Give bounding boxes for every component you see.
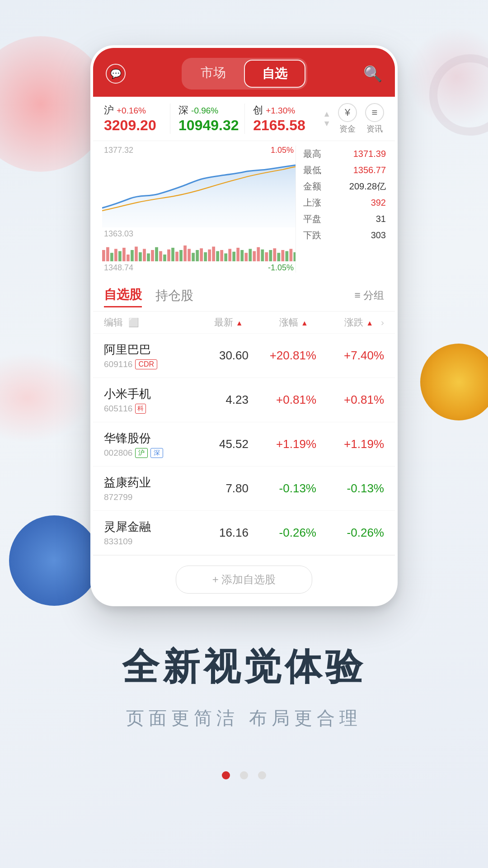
news-btn[interactable]: ≡ 资讯 [365, 103, 384, 134]
chart-svg [102, 155, 296, 227]
app-header: 💬 市场 自选 🔍 [93, 48, 395, 97]
chart-pct-bot: -1.05% [268, 263, 294, 273]
svg-rect-16 [167, 250, 170, 261]
svg-rect-10 [143, 249, 146, 262]
stock-row-2[interactable]: 华锋股份 002806 沪 深 45.52 +1.19% +1.19% [93, 422, 395, 467]
add-watchlist-button[interactable]: + 添加自选股 [176, 566, 313, 594]
index-sh-value: 3209.20 [104, 117, 170, 134]
svg-rect-18 [175, 252, 178, 261]
svg-rect-15 [163, 255, 166, 261]
svg-rect-29 [220, 250, 223, 261]
tab-watchlist[interactable]: 自选 [244, 60, 305, 88]
stock-row-1[interactable]: 小米手机 605116 科 4.23 +0.81% +0.81% [93, 378, 395, 422]
svg-rect-35 [244, 253, 248, 261]
svg-rect-27 [212, 247, 215, 262]
stock-row-4[interactable]: 灵犀金融 833109 16.16 -0.26% -0.26% [93, 511, 395, 555]
svg-rect-22 [192, 253, 195, 261]
svg-rect-12 [151, 250, 154, 261]
search-icon[interactable]: 🔍 [363, 65, 382, 83]
svg-rect-4 [118, 251, 122, 262]
svg-rect-46 [289, 249, 292, 262]
svg-rect-28 [216, 251, 219, 262]
svg-rect-23 [196, 250, 199, 261]
chart-pct-top: 1.05% [271, 146, 294, 155]
svg-rect-17 [171, 248, 174, 261]
chart-area: 1377.32 1.05% [93, 141, 395, 273]
col-changepct-label: 涨幅 ▲ [243, 316, 308, 329]
svg-rect-25 [204, 252, 207, 261]
stock-row-3[interactable]: 益康药业 872799 7.80 -0.13% -0.13% [93, 467, 395, 511]
sidebar-icons: ¥ 资金 ≡ 资讯 [338, 103, 384, 134]
svg-rect-0 [102, 250, 105, 261]
index-sz-value: 10949.32 [178, 117, 244, 134]
svg-rect-47 [293, 252, 296, 261]
bottom-text-section: 全新视觉体验 页面更简洁 布局更合理 [0, 606, 488, 749]
svg-rect-41 [269, 250, 272, 261]
svg-rect-6 [127, 255, 130, 261]
svg-rect-37 [253, 251, 256, 262]
index-shenzhen[interactable]: 深 -0.96% 10949.32 [170, 104, 244, 134]
col-latest-label: 最新 ▲ [191, 316, 243, 329]
sub-tagline: 页面更简洁 布局更合理 [27, 706, 461, 731]
svg-rect-13 [155, 247, 158, 261]
svg-rect-32 [232, 252, 235, 261]
svg-rect-43 [277, 253, 280, 261]
watchlist-tabs: 自选股 持仓股 ≡ 分组 [93, 276, 395, 311]
watchlist-section: 自选股 持仓股 ≡ 分组 编辑 ⬜ 最新 ▲ 涨幅 ▲ [93, 276, 395, 604]
pagination-dots [0, 749, 488, 807]
col-expand-icon: › [373, 317, 384, 328]
svg-rect-45 [285, 251, 288, 262]
main-tagline: 全新视觉体验 [27, 642, 461, 692]
svg-rect-1 [106, 247, 109, 261]
index-sz-change: -0.96% [191, 106, 218, 116]
dot-1[interactable] [222, 771, 230, 779]
tab-position-stocks[interactable]: 持仓股 [155, 284, 193, 307]
svg-rect-21 [188, 249, 191, 262]
svg-rect-42 [273, 248, 276, 261]
index-chuangye[interactable]: 创 +1.30% 2165.58 [244, 104, 319, 134]
svg-rect-9 [139, 252, 142, 261]
add-watchlist-area: + 添加自选股 [93, 555, 395, 604]
chat-icon[interactable]: 💬 [106, 64, 126, 84]
header-tabs: 市场 自选 [182, 58, 307, 90]
svg-rect-44 [281, 250, 284, 261]
stock-row-0[interactable]: 阿里巴巴 609116 CDR 30.60 +20.81% +7.40% [93, 334, 395, 378]
index-cy-label: 创 [253, 104, 263, 117]
svg-rect-19 [179, 250, 183, 261]
svg-rect-2 [110, 253, 113, 261]
svg-rect-31 [228, 249, 231, 262]
chart-y-bot: 1348.74 [104, 263, 133, 273]
svg-rect-24 [200, 248, 203, 261]
svg-rect-39 [261, 250, 264, 261]
svg-rect-8 [135, 247, 138, 262]
svg-rect-20 [183, 245, 187, 261]
index-shanghai[interactable]: 沪 +0.16% 3209.20 [104, 104, 170, 134]
svg-rect-26 [208, 250, 211, 261]
index-sz-label: 深 [178, 104, 188, 117]
chart-y-mid: 1363.03 [104, 229, 133, 239]
svg-rect-11 [147, 254, 150, 262]
phone-container: 💬 市场 自选 🔍 沪 +0.16% 3209.20 深 -0.96% [0, 0, 488, 606]
index-cy-value: 2165.58 [253, 117, 319, 134]
phone-mockup: 💬 市场 自选 🔍 沪 +0.16% 3209.20 深 -0.96% [90, 45, 398, 606]
chart-left: 1377.32 1.05% [102, 146, 296, 273]
svg-rect-38 [257, 247, 260, 261]
col-change-label: 涨跌 ▲ [308, 316, 373, 329]
indices-bar: 沪 +0.16% 3209.20 深 -0.96% 10949.32 创 +1.… [93, 97, 395, 141]
index-sh-label: 沪 [104, 104, 114, 117]
group-button[interactable]: ≡ 分组 [355, 288, 384, 302]
svg-rect-33 [236, 248, 239, 261]
capital-btn[interactable]: ¥ 资金 [338, 103, 357, 134]
svg-rect-5 [122, 248, 126, 261]
dot-3[interactable] [258, 771, 266, 779]
chart-stats: 最高 1371.39 最低 1356.77 金额 209.28亿 上涨 392 … [296, 146, 386, 273]
tab-market[interactable]: 市场 [183, 60, 243, 88]
svg-rect-7 [131, 250, 134, 261]
tab-watchlist-stocks[interactable]: 自选股 [104, 283, 142, 307]
volume-chart [102, 239, 296, 261]
index-cy-change: +1.30% [266, 106, 295, 116]
svg-rect-34 [240, 250, 244, 261]
svg-rect-40 [265, 252, 268, 261]
svg-rect-36 [249, 249, 252, 262]
dot-2[interactable] [240, 771, 248, 779]
